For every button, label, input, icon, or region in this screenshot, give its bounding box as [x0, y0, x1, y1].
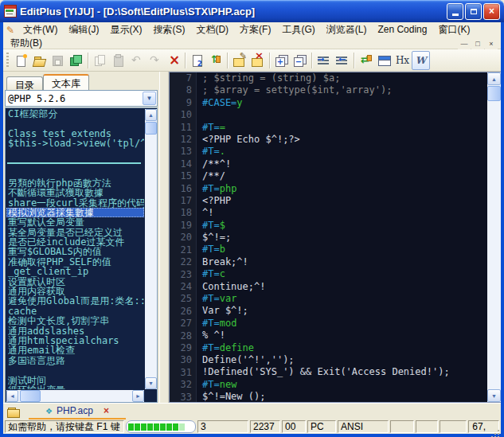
scroll-up-icon[interactable]: ▲ [487, 72, 501, 85]
delete-icon [166, 54, 180, 67]
menu-item-5[interactable]: 方案(F) [234, 23, 276, 36]
expand-all-button[interactable] [272, 51, 291, 70]
document-tab-bar: ❖ PHP.acp × [3, 403, 501, 419]
menu-item-3[interactable]: 搜索(S) [147, 23, 190, 36]
code-segment: <?PHP [202, 195, 231, 206]
code-line: !Defined('SYS_') && Exit('Access Denied!… [202, 366, 487, 378]
paste-button[interactable] [109, 51, 127, 70]
cliptext-item[interactable] [6, 149, 144, 158]
menu-bar: ✎ 文件(W)编辑(J)显示(X)搜索(S)文档(D)方案(F)工具(G)浏览器… [3, 22, 501, 49]
scroll-left-icon[interactable]: ◄ [6, 390, 18, 402]
menu-item-2[interactable]: 显示(X) [104, 23, 147, 36]
cliptext-item[interactable] [6, 119, 144, 128]
tab-cliptext[interactable]: 文本库 [43, 74, 89, 90]
word-wrap-button[interactable]: W [412, 51, 430, 70]
toolbar-grip[interactable] [6, 53, 9, 68]
code-segment: c [220, 268, 225, 279]
code-area[interactable]: ; $string = (string) $a;; $array = setty… [197, 72, 487, 402]
indent-icon [317, 54, 330, 67]
mdi-minimize-button[interactable]: — [458, 38, 471, 49]
cliptext-list-panel: CI框架部分 Class test extends$this->load->vi… [5, 107, 158, 403]
cliptext-item[interactable]: 循环输出变量 [6, 385, 144, 389]
word-wrap-icon: W [416, 55, 426, 66]
open-file-button[interactable] [30, 51, 49, 70]
mdi-restore-button[interactable]: □ [471, 38, 484, 49]
tab-directory[interactable]: 目录 [6, 76, 43, 90]
minimize-button[interactable] [447, 3, 463, 20]
editor[interactable]: 7891011121314151617181920212223242526272… [169, 72, 501, 403]
document-tab-php-acp[interactable]: ❖ PHP.acp × [29, 404, 126, 419]
redo-button[interactable] [146, 51, 164, 70]
progress-segment [135, 423, 140, 431]
menu-item-4[interactable]: 文档(D) [190, 23, 234, 36]
copy-button[interactable] [91, 51, 109, 70]
cliptext-item[interactable]: 重写默认全局变量 [6, 217, 144, 227]
cliptext-item[interactable]: 检测中文长度,切割字串 [6, 316, 144, 326]
scroll-up-icon[interactable]: ▲ [145, 109, 157, 121]
menu-item-6[interactable]: 工具(G) [276, 23, 320, 36]
cliptext-item[interactable]: 通用email检查 [6, 345, 144, 355]
scroll-down-icon[interactable]: ▼ [487, 389, 501, 402]
cliptext-item[interactable]: CI框架部分 [6, 109, 144, 119]
status-field-5 [390, 420, 414, 433]
resize-grip-icon[interactable] [498, 430, 499, 431]
cliptext-delete-button[interactable] [248, 51, 267, 70]
cliptext-edit-button[interactable] [230, 51, 248, 70]
cliptext-library-select[interactable]: @PHP 5.2.6 ▼ [5, 90, 158, 107]
menu-item-1[interactable]: 编辑(J) [63, 23, 104, 36]
mdi-close-button[interactable]: × [485, 38, 498, 49]
document-close-icon[interactable]: × [104, 405, 109, 416]
browser-preview-button[interactable] [375, 51, 393, 70]
menu-item-help[interactable]: 帮助(B) [5, 37, 48, 49]
cliptext-item[interactable]: 多国语言思路 [6, 356, 144, 365]
menu-item-9[interactable]: 窗口(K) [432, 23, 475, 36]
find-in-files-button[interactable] [188, 51, 206, 70]
undo-button[interactable] [127, 51, 146, 70]
save-all-icon [69, 54, 83, 67]
hex-view-button[interactable]: Hx [393, 51, 412, 70]
cliptext-item[interactable]: 重写$GLOBALS内的值 [6, 247, 144, 256]
combo-dropdown-button[interactable]: ▼ [143, 92, 156, 105]
refresh-button[interactable] [357, 51, 375, 70]
cliptext-item[interactable] [6, 168, 144, 178]
restore-button[interactable] [465, 3, 482, 20]
code-line: <?PHP Echo $^!;?> [202, 134, 487, 146]
delete-button[interactable] [164, 51, 182, 70]
collapse-all-button[interactable] [291, 51, 309, 70]
status-bar: 如需帮助，请按键盘 F1 键 3223700PCANSI67, [3, 419, 501, 434]
close-button[interactable]: × [483, 3, 500, 20]
scroll-down-icon[interactable]: ▼ [145, 377, 157, 389]
cliptext-item[interactable] [6, 365, 144, 375]
code-line: #T=var [202, 293, 487, 305]
cliptext-item[interactable]: 不斷循環重試獲取數據 [6, 188, 144, 197]
indent-button[interactable] [315, 51, 333, 70]
menu-item-7[interactable]: 浏览器(L) [321, 23, 373, 36]
cliptext-item[interactable]: 避免使用Global而是用:类名::方法 [6, 296, 144, 306]
scroll-thumb[interactable] [145, 122, 157, 135]
scroll-thumb[interactable] [20, 390, 41, 402]
cliptext-horizontal-scrollbar[interactable]: ◄ ► [6, 390, 144, 402]
code-line: ; $string = (string) $a; [202, 72, 487, 84]
code-line: /**/ [202, 170, 487, 182]
save-all-button[interactable] [67, 51, 85, 70]
scroll-thumb[interactable] [487, 86, 501, 101]
new-file-button[interactable] [12, 51, 30, 70]
code-segment: var [220, 293, 237, 304]
editor-vertical-scrollbar[interactable]: ▲ ▼ [487, 72, 501, 402]
line-number: 7 [170, 72, 192, 84]
menu-item-0[interactable]: 文件(W) [18, 23, 63, 36]
menu-item-8[interactable]: Zen Coding [372, 23, 432, 36]
cliptext-vertical-scrollbar[interactable]: ▲ ▼ [145, 109, 157, 389]
document-list-folder-icon[interactable] [6, 405, 22, 419]
sidebar: 目录 文本库 @PHP 5.2.6 ▼ CI框架部分 Class test ex… [3, 72, 159, 403]
sidebar-splitter[interactable] [159, 72, 169, 403]
scroll-right-icon[interactable]: ► [132, 390, 144, 402]
hex-view-icon: Hx [396, 55, 409, 66]
cliptext-item[interactable]: $this->load->view('tpl/^!',$dat [6, 139, 144, 148]
cliptext-edit-icon [232, 54, 246, 67]
outdent-button[interactable] [333, 51, 351, 70]
sync-snippet-button[interactable] [206, 51, 225, 70]
cliptext-item[interactable]: _get_client_ip [6, 267, 144, 276]
save-button[interactable] [49, 51, 67, 70]
status-field-1: 2237 [250, 420, 280, 433]
